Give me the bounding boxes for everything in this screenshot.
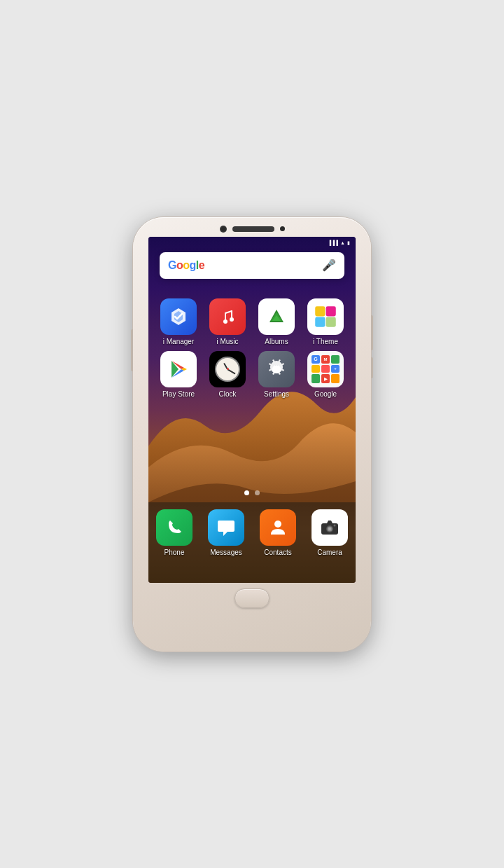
phone-device: ▐▐▐ ▲ ▮ Google 🎤 bbox=[133, 217, 371, 652]
front-camera bbox=[220, 226, 227, 233]
signal-icon: ▐▐▐ bbox=[328, 240, 338, 245]
albums-label: Albums bbox=[265, 338, 288, 345]
imusic-icon bbox=[209, 298, 246, 335]
volume-down-button[interactable] bbox=[371, 357, 373, 378]
phone-bottom bbox=[234, 583, 270, 614]
settings-icon bbox=[258, 351, 295, 387]
app-item-imanager[interactable]: i Manager bbox=[157, 298, 200, 345]
svg-rect-5 bbox=[315, 306, 325, 316]
phone-icon bbox=[156, 509, 192, 546]
phone-label: Phone bbox=[164, 549, 185, 556]
app-item-albums[interactable]: Albums bbox=[255, 298, 298, 345]
imanager-label: i Manager bbox=[163, 338, 194, 345]
volume-up-button[interactable] bbox=[131, 329, 133, 371]
google-folder-icon: G M + ▶ bbox=[307, 351, 344, 387]
svg-point-0 bbox=[223, 319, 227, 324]
itheme-icon bbox=[307, 298, 344, 335]
sensor-row bbox=[220, 226, 285, 233]
power-button[interactable] bbox=[371, 315, 373, 350]
playstore-icon bbox=[160, 351, 197, 387]
phone-top bbox=[133, 217, 371, 237]
imusic-label: i Music bbox=[216, 338, 238, 345]
proximity-sensor bbox=[280, 226, 285, 231]
svg-rect-6 bbox=[326, 306, 336, 316]
albums-icon bbox=[258, 298, 295, 335]
page-dots bbox=[148, 490, 356, 495]
contacts-label: Contacts bbox=[264, 549, 291, 556]
camera-icon bbox=[312, 509, 348, 546]
svg-rect-8 bbox=[326, 317, 336, 326]
mic-icon[interactable]: 🎤 bbox=[322, 259, 336, 272]
svg-point-1 bbox=[230, 317, 234, 322]
svg-point-15 bbox=[334, 524, 336, 526]
settings-label: Settings bbox=[264, 390, 289, 398]
app-item-google[interactable]: G M + ▶ Google bbox=[304, 351, 347, 398]
status-bar: ▐▐▐ ▲ ▮ bbox=[148, 237, 356, 249]
clock-label: Clock bbox=[218, 390, 236, 398]
svg-point-14 bbox=[328, 528, 331, 530]
app-item-playstore[interactable]: Play Store bbox=[157, 351, 200, 398]
dock-item-messages[interactable]: Messages bbox=[208, 509, 244, 556]
dock-item-contacts[interactable]: Contacts bbox=[260, 509, 296, 556]
svg-point-10 bbox=[274, 521, 281, 528]
page-dot-2 bbox=[255, 490, 260, 495]
google-logo: Google bbox=[168, 259, 204, 272]
contacts-icon bbox=[260, 509, 296, 546]
battery-icon: ▮ bbox=[347, 240, 350, 246]
app-item-settings[interactable]: Settings bbox=[255, 351, 298, 398]
imanager-icon bbox=[160, 298, 197, 335]
dock: Phone Messages Contac bbox=[148, 502, 356, 583]
playstore-label: Play Store bbox=[162, 390, 195, 398]
screen: ▐▐▐ ▲ ▮ Google 🎤 bbox=[148, 237, 356, 583]
itheme-label: i Theme bbox=[313, 338, 338, 345]
app-item-itheme[interactable]: i Theme bbox=[304, 298, 347, 345]
messages-icon bbox=[208, 509, 244, 546]
wifi-icon: ▲ bbox=[340, 240, 345, 245]
dock-item-camera[interactable]: Camera bbox=[312, 509, 348, 556]
home-button[interactable] bbox=[234, 588, 270, 608]
camera-label: Camera bbox=[317, 549, 342, 556]
app-item-imusic[interactable]: i Music bbox=[206, 298, 249, 345]
app-item-clock[interactable]: Clock bbox=[206, 351, 249, 398]
messages-label: Messages bbox=[210, 549, 242, 556]
clock-icon bbox=[209, 351, 246, 387]
app-grid-main: i Manager i Music bbox=[148, 293, 356, 404]
status-icons: ▐▐▐ ▲ ▮ bbox=[328, 240, 350, 246]
google-search-bar[interactable]: Google 🎤 bbox=[160, 252, 344, 279]
google-folder-label: Google bbox=[314, 390, 337, 398]
svg-rect-7 bbox=[315, 317, 325, 326]
page-dot-1 bbox=[244, 490, 249, 495]
earpiece bbox=[232, 226, 274, 232]
dock-item-phone[interactable]: Phone bbox=[156, 509, 192, 556]
